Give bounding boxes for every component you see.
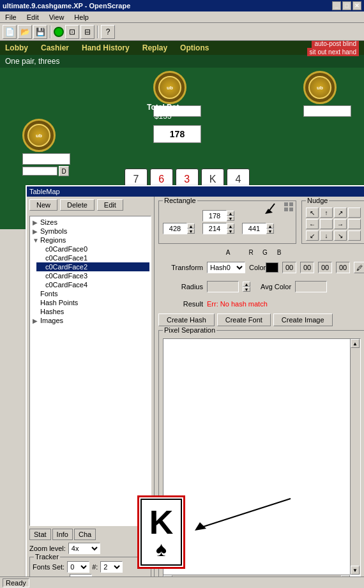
- card-rank: K: [149, 506, 174, 539]
- seat-left-input[interactable]: [22, 153, 70, 165]
- nav-hand-history[interactable]: Hand History: [82, 43, 130, 52]
- tree-item-images[interactable]: ▶ Images: [31, 316, 149, 325]
- color-a[interactable]: [282, 262, 296, 273]
- create-hash-button[interactable]: Create Hash: [158, 313, 215, 326]
- hash-select[interactable]: 2: [100, 561, 123, 573]
- menu-edit[interactable]: Edit: [22, 12, 44, 22]
- minimize-btn[interactable]: _: [332, 1, 341, 10]
- tree-item-regions[interactable]: ▼ Regions: [31, 236, 149, 245]
- eyedrop-btn[interactable]: 🖉: [354, 262, 364, 273]
- y-up-btn[interactable]: ▲: [227, 223, 234, 229]
- h-input[interactable]: [242, 223, 266, 234]
- toolbar-open[interactable]: 📂: [18, 25, 32, 39]
- nudge-empty1: [348, 207, 361, 218]
- total-pot-label: Total Pot: [147, 103, 179, 112]
- h-up-btn[interactable]: ▲: [266, 223, 274, 229]
- bet-box[interactable]: 178: [153, 125, 201, 143]
- tab-stat[interactable]: Stat: [29, 529, 51, 540]
- seat-left: ub D: [22, 119, 70, 176]
- toolbar-circle[interactable]: [54, 27, 64, 37]
- zoom-select[interactable]: 4x 1x 2x 8x: [68, 543, 100, 554]
- nudge-label: Nudge: [306, 197, 329, 204]
- svg-rect-4: [284, 207, 288, 211]
- w-up-btn[interactable]: ▲: [227, 211, 234, 216]
- transform-select[interactable]: Hash0 Hash1 Hash2: [207, 262, 245, 273]
- avg-color-label: Avg Color: [261, 283, 291, 290]
- x-input[interactable]: [163, 223, 187, 234]
- seat-left-chip-input[interactable]: [22, 167, 57, 176]
- create-font-button[interactable]: Create Font: [217, 313, 271, 326]
- color-g[interactable]: [318, 262, 332, 273]
- nudge-ur[interactable]: ↗: [334, 207, 347, 218]
- menu-view[interactable]: View: [44, 12, 70, 22]
- nudge-section: Nudge ↖ ↑ ↗ ← → ↙: [301, 200, 364, 244]
- radius-down[interactable]: ▼: [243, 287, 250, 292]
- seat-top-right: ub: [303, 71, 351, 117]
- tree-item-cardface4[interactable]: c0CardFace4: [36, 280, 149, 289]
- vscrollbar[interactable]: ▲ ▼: [350, 339, 360, 575]
- color-swatch: [266, 262, 278, 273]
- create-image-button[interactable]: Create Image: [273, 313, 333, 326]
- nav-cashier[interactable]: Cashier: [41, 43, 69, 52]
- nav-lobby[interactable]: Lobby: [5, 43, 28, 52]
- scroll-up-btn[interactable]: ▲: [351, 339, 360, 348]
- tree-item-sizes[interactable]: ▶ Sizes: [31, 218, 149, 227]
- toolbar-restore[interactable]: ⊡: [65, 25, 79, 39]
- nudge-r[interactable]: →: [334, 219, 347, 229]
- radius-input[interactable]: [207, 281, 239, 292]
- nudge-u[interactable]: ↑: [320, 207, 333, 218]
- delete-button[interactable]: Delete: [60, 199, 95, 211]
- tree-item-fonts[interactable]: Fonts: [31, 289, 149, 298]
- tab-info[interactable]: Info: [52, 529, 73, 540]
- nav-replay[interactable]: Replay: [142, 43, 167, 52]
- tree-item-cardface1[interactable]: c0CardFace1: [36, 253, 149, 262]
- toolbar-help[interactable]: ?: [101, 25, 115, 39]
- rgb-header-row: A R G B: [161, 249, 364, 256]
- tab-cha[interactable]: Cha: [74, 529, 96, 540]
- tree-item-symbols[interactable]: ▶ Symbols: [31, 227, 149, 236]
- toolbar-new[interactable]: 📄: [3, 25, 17, 39]
- y-down-btn[interactable]: ▼: [227, 229, 234, 234]
- nav-options[interactable]: Options: [180, 43, 209, 52]
- x-spinners: ▲ ▼: [187, 223, 195, 234]
- auto-post-text: auto-post blind: [312, 41, 359, 48]
- nudge-ul[interactable]: ↖: [306, 207, 319, 218]
- tree-item-cardface0[interactable]: c0CardFace0: [36, 245, 149, 253]
- status-bar: Ready: [0, 577, 364, 588]
- maximize-btn[interactable]: □: [342, 1, 351, 10]
- fonts-set-select[interactable]: 0: [67, 561, 89, 573]
- scroll-down-btn[interactable]: ▼: [351, 566, 360, 575]
- h-down-btn[interactable]: ▼: [266, 229, 274, 234]
- game-nav: Lobby Cashier Hand History Replay Option…: [5, 43, 209, 52]
- toolbar-min[interactable]: ⊟: [80, 25, 95, 39]
- dealer-button[interactable]: D: [59, 166, 69, 176]
- menu-file[interactable]: File: [0, 12, 22, 22]
- nudge-d[interactable]: ↓: [320, 230, 333, 241]
- edit-button[interactable]: Edit: [97, 199, 123, 211]
- tree-item-hashpoints[interactable]: Hash Points: [31, 298, 149, 307]
- sit-out-text: sit out next hand: [307, 48, 359, 56]
- x-up-btn[interactable]: ▲: [187, 223, 195, 229]
- x-down-btn[interactable]: ▼: [187, 229, 195, 234]
- color-r[interactable]: [300, 262, 314, 273]
- tree-item-hashes[interactable]: Hashes: [31, 307, 149, 316]
- nudge-l[interactable]: ←: [306, 219, 319, 229]
- tree-expand-sizes: ▶: [33, 219, 39, 226]
- tree-item-cardface3[interactable]: c0CardFace3: [36, 271, 149, 280]
- close-btn[interactable]: ✕: [353, 1, 361, 10]
- nudge-dl[interactable]: ↙: [306, 230, 319, 241]
- fonts-set-label: Fonts Set:: [33, 563, 64, 571]
- radius-up[interactable]: ▲: [243, 282, 250, 287]
- w-input[interactable]: [202, 210, 227, 222]
- w-down-btn[interactable]: ▼: [227, 216, 234, 221]
- new-button[interactable]: New: [29, 199, 57, 211]
- seat-top-right-input[interactable]: [303, 105, 351, 117]
- y-input[interactable]: [202, 223, 227, 234]
- pot-area: Total Pot $155: [147, 103, 179, 121]
- color-b[interactable]: [336, 262, 350, 273]
- toolbar-save[interactable]: 💾: [33, 25, 47, 39]
- menu-help[interactable]: Help: [69, 12, 94, 22]
- y-spinners: ▲ ▼: [227, 223, 234, 234]
- tree-item-cardface2[interactable]: c0CardFace2: [36, 262, 149, 271]
- nudge-dr[interactable]: ↘: [334, 230, 347, 241]
